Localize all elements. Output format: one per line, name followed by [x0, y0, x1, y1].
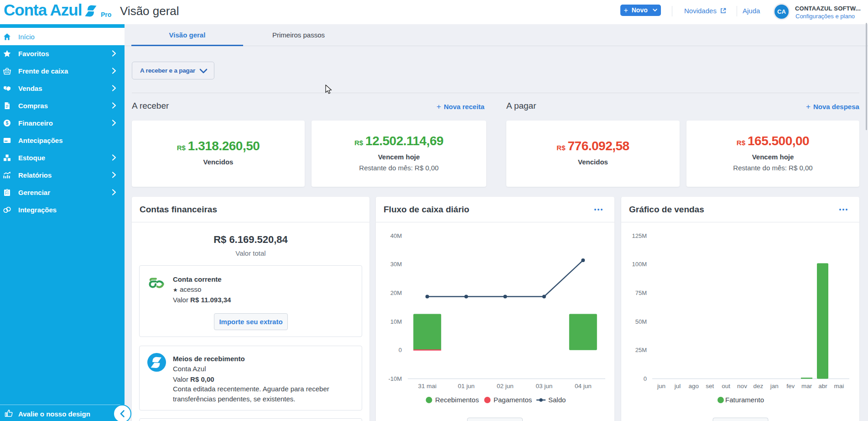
svg-text:$: $	[6, 120, 9, 126]
svg-text:03 jun: 03 jun	[536, 383, 553, 389]
svg-text:mar: mar	[801, 383, 812, 389]
svg-text:31 mai: 31 mai	[418, 383, 437, 389]
svg-text:02 jun: 02 jun	[497, 383, 514, 389]
svg-text:10M: 10M	[390, 318, 402, 325]
svg-text:0: 0	[399, 347, 402, 353]
svg-text:jun: jun	[657, 383, 665, 389]
svg-text:20M: 20M	[390, 289, 402, 296]
svg-text:-10M: -10M	[388, 375, 402, 382]
svg-text:Saldo: Saldo	[548, 396, 566, 404]
svg-text:fev: fev	[786, 383, 795, 389]
svg-text:0: 0	[644, 375, 647, 382]
svg-text:Pagamentos: Pagamentos	[494, 396, 532, 404]
svg-text:125M: 125M	[632, 232, 647, 239]
svg-text:out: out	[722, 383, 730, 389]
svg-text:75M: 75M	[635, 289, 647, 296]
svg-text:25M: 25M	[635, 347, 647, 353]
svg-text:Recebimentos: Recebimentos	[435, 396, 479, 404]
svg-text:100M: 100M	[632, 261, 647, 268]
svg-text:mai: mai	[834, 383, 844, 389]
svg-text:01 jun: 01 jun	[458, 383, 475, 389]
svg-text:30M: 30M	[390, 261, 402, 268]
svg-text:jul: jul	[674, 383, 681, 389]
svg-text:jan: jan	[770, 383, 779, 389]
svg-text:abr: abr	[818, 383, 827, 389]
svg-text:nov: nov	[737, 383, 747, 389]
svg-text:Faturamento: Faturamento	[725, 396, 764, 404]
svg-text:set: set	[706, 383, 714, 389]
svg-text:04 jun: 04 jun	[575, 383, 592, 389]
svg-text:dez: dez	[754, 383, 764, 389]
svg-text:50M: 50M	[635, 318, 647, 325]
svg-text:ago: ago	[689, 383, 699, 389]
svg-text:40M: 40M	[390, 232, 402, 239]
